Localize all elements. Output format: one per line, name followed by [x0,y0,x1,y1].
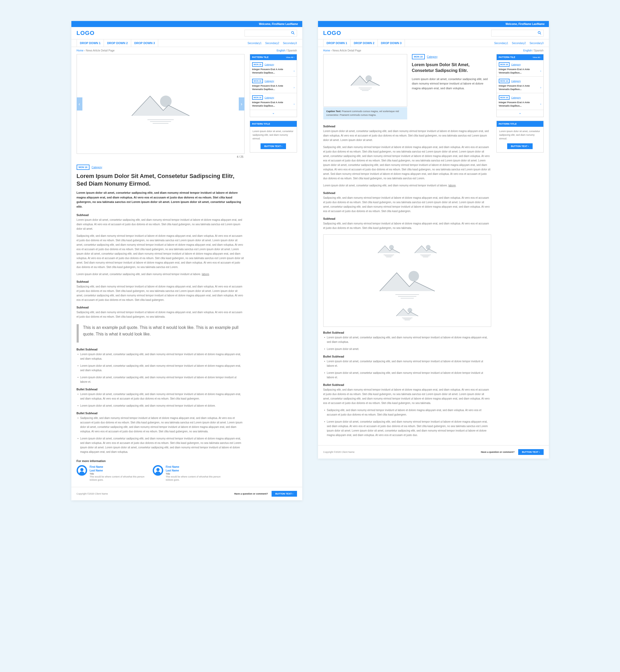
carousel-prev-button[interactable]: ‹ [76,97,83,110]
panel-title: PATTERN TITLE [252,123,270,125]
search-icon[interactable] [289,31,297,36]
nav-dropdown-1[interactable]: DROP DOWN 1 [76,39,104,47]
bullet-item: Lorem ipsum dolor sit amet, consetetur s… [78,375,245,384]
svg-point-20 [409,271,419,281]
contact-description: This would be where content of whowhat t… [166,475,221,482]
gallery-image-placeholder [394,303,420,321]
lang-english[interactable]: English [523,49,532,52]
view-all-link[interactable]: View All › [533,56,541,58]
chevron-down-icon: ⌄ [519,111,521,115]
nav-secondary-3[interactable]: Secondary3 [529,42,544,45]
image-gallery [323,234,491,327]
news-category-link[interactable]: Category [264,63,274,66]
sidebar-news-item[interactable]: MON 16Category Integer Posuere Erat A An… [497,77,544,93]
sidebar-news-item[interactable]: MON 16Category Integer Posuere Erat A An… [497,60,544,77]
article-category-link[interactable]: Category [427,55,437,58]
nav-row: DROP DOWN 1 DROP DOWN 2 DROP DOWN 3 Seco… [318,39,549,47]
panel-more-toggle[interactable]: ⌄ [497,110,544,117]
nav-dropdown-1[interactable]: DROP DOWN 1 [323,39,351,47]
avatar-icon [153,465,163,476]
panel-header: PATTERN TILE View All › [250,54,297,60]
language-toggle: English / Spanish [523,49,544,52]
news-date-tag: MON 16 [499,95,510,100]
copyright: Copyright ©2020 Client Name [76,492,108,495]
svg-point-2 [160,96,171,107]
search-box [245,30,297,37]
page-variant-1: Welcome, FirstName LastName LOGO DROP DO… [71,21,302,500]
nav-dropdown-2[interactable]: DROP DOWN 2 [104,39,131,47]
search-icon[interactable] [535,31,544,36]
sidebar-promo-panel: PATTERN TITLE Lorem ipsum dolor sit amet… [250,121,297,152]
footer: Copyright ©2020 Client Name Have a quest… [71,487,302,500]
chevron-right-icon: › [539,86,541,89]
inline-link[interactable]: labore [202,273,209,276]
carousel-next-button[interactable]: › [239,97,245,110]
gallery-image-placeholder [376,261,439,300]
contact-name[interactable]: First Name Last Name [90,465,145,473]
news-title: Integer Posuere Erat A Ante Venenatis Da… [499,68,539,74]
news-category-link[interactable]: Category [511,80,521,83]
header: LOGO [318,27,549,39]
sidebar-button[interactable]: BUTTON TEXT › [507,143,532,149]
panel-header: PATTERN TITLE [250,121,297,127]
footer-button[interactable]: BUTTON TEXT › [271,491,297,497]
article-category-link[interactable]: Category [92,166,102,169]
panel-more-toggle[interactable]: ⌄ [250,110,297,117]
bullet-item: Sadipscing elitr, sed diam nonumy eirmod… [324,408,491,417]
lang-spanish[interactable]: Spanish [534,49,544,52]
body-paragraph: Lorem ipsum dolor sit amet, consetetur s… [323,129,491,142]
sidebar-news-item[interactable]: MON 16Category Integer Posuere Erat A An… [250,60,297,77]
news-date-tag: MON 16 [252,79,263,83]
inline-link[interactable]: labore [449,184,456,187]
lang-spanish[interactable]: Spanish [287,49,297,52]
breadcrumb-home[interactable]: Home [76,49,84,52]
breadcrumb-home[interactable]: Home [323,49,330,52]
footer-button[interactable]: BUTTON TEXT › [518,449,544,455]
news-title: Integer Posuere Erat A Ante Venenatis Da… [252,84,292,91]
lang-english[interactable]: English [276,49,285,52]
nav-secondary-3[interactable]: Secondary3 [283,42,297,45]
logo[interactable]: LOGO [323,30,341,37]
nav-dropdown-3[interactable]: DROP DOWN 3 [377,39,405,47]
view-all-link[interactable]: View All › [286,56,295,58]
panel-title: PATTERN TILE [499,56,515,58]
bullet-item: Lorem ipsum dolor sit amet, consetetur s… [78,364,245,373]
news-title: Integer Posuere Erat A Ante Venenatis Da… [499,101,539,107]
subhead: Subhead [76,306,245,309]
sidebar-news-item[interactable]: MON 16Category Integer Posuere Erat A An… [250,77,297,93]
contact-name[interactable]: First Name Last Name [166,465,221,473]
carousel-pager: 4 / 25 [76,154,245,160]
news-category-link[interactable]: Category [264,80,274,83]
bullet-item: Lorem ipsum dolor sit amet, consetetur s… [324,371,491,380]
nav-dropdown-3[interactable]: DROP DOWN 3 [131,39,158,47]
svg-point-6 [538,31,540,33]
news-category-link[interactable]: Category [511,96,521,99]
news-date-tag: MON 16 [252,62,263,67]
body-paragraph: Sadipscing elitr, sed diam nonumy eirmod… [76,284,245,302]
nav-secondary-1[interactable]: Secondary1 [494,42,508,45]
sidebar-button[interactable]: BUTTON TEXT › [261,143,286,149]
search-input[interactable] [245,32,289,35]
footer-question: Have a question or comment? [234,492,268,495]
logo[interactable]: LOGO [76,30,95,37]
image-placeholder-icon [348,68,382,92]
search-input[interactable] [492,32,535,35]
news-category-link[interactable]: Category [511,63,521,66]
nav-secondary-2[interactable]: Secondary2 [265,42,279,45]
more-info-heading: For more information [76,460,245,463]
contact-card: First Name Last Name Title This would be… [76,465,145,482]
sidebar-news-item[interactable]: MON 16Category Integer Posuere Erat A An… [250,93,297,110]
nav-secondary-1[interactable]: Secondary1 [247,42,261,45]
news-category-link[interactable]: Category [264,96,274,99]
nav-secondary-2[interactable]: Secondary2 [512,42,526,45]
pull-quote-bar [76,324,79,343]
sidebar-news-panel: PATTERN TILE View All › MON 16Category I… [250,54,297,117]
contact-card: First Name Last Name Title This would be… [153,465,221,482]
chevron-right-icon: › [539,69,541,73]
nav-dropdown-2[interactable]: DROP DOWN 2 [350,39,377,47]
body-paragraph: Lorem ipsum dolor sit amet, consetetur s… [76,218,245,231]
promo-text: Lorem ipsum dolor sit amet, consetetur s… [250,127,297,143]
sidebar-news-item[interactable]: MON 16Category Integer Posuere Erat A An… [497,93,544,110]
subhead: Subhead [323,125,491,128]
search-box [491,30,544,37]
